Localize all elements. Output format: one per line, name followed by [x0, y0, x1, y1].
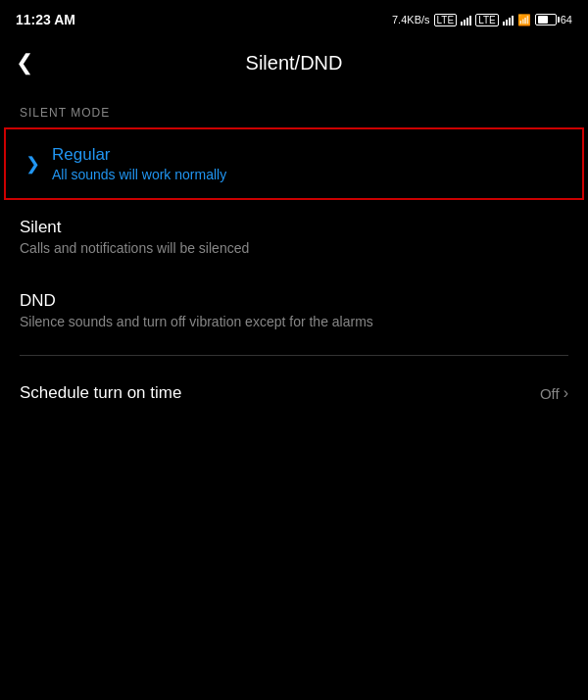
schedule-turn-on-time[interactable]: Schedule turn on time Off › — [0, 364, 588, 423]
selected-chevron-icon: ❯ — [25, 153, 40, 175]
schedule-status: Off — [540, 385, 560, 402]
wifi-icon: 📶 — [517, 14, 531, 26]
schedule-chevron-icon: › — [564, 384, 568, 402]
schedule-label: Schedule turn on time — [20, 383, 181, 403]
divider — [20, 355, 568, 356]
header: ❮ Silent/DND — [0, 35, 588, 90]
battery-level: 64 — [561, 14, 572, 25]
option-silent[interactable]: Silent Calls and notifications will be s… — [0, 200, 588, 274]
page-title: Silent/DND — [246, 52, 343, 75]
content: SILENT MODE ❯ Regular All sounds will wo… — [0, 90, 588, 423]
option-dnd-subtitle: Silence sounds and turn off vibration ex… — [20, 314, 568, 329]
option-regular-subtitle: All sounds will work normally — [52, 167, 563, 182]
status-bar: 11:23 AM 7.4KB/s LTE LTE 📶 64 — [0, 0, 588, 35]
schedule-value: Off › — [540, 384, 568, 402]
network-type-2: LTE — [475, 14, 499, 26]
option-regular[interactable]: ❯ Regular All sounds will work normally — [4, 127, 584, 200]
network-type-1: LTE — [434, 14, 458, 26]
option-silent-title: Silent — [20, 218, 568, 237]
option-silent-subtitle: Calls and notifications will be silenced — [20, 240, 568, 256]
option-dnd[interactable]: DND Silence sounds and turn off vibratio… — [0, 274, 588, 347]
network-speed: 7.4KB/s — [392, 14, 430, 25]
signal-bars-1 — [461, 14, 471, 25]
status-right: 7.4KB/s LTE LTE 📶 64 — [392, 14, 572, 26]
option-regular-title: Regular — [52, 145, 563, 165]
option-dnd-title: DND — [20, 291, 568, 311]
battery-icon — [535, 14, 557, 25]
option-regular-content: Regular All sounds will work normally — [52, 145, 563, 182]
signal-bars-2 — [503, 14, 514, 25]
section-label-silent-mode: SILENT MODE — [0, 90, 588, 127]
back-button[interactable]: ❮ — [16, 46, 41, 79]
status-time: 11:23 AM — [16, 12, 75, 27]
